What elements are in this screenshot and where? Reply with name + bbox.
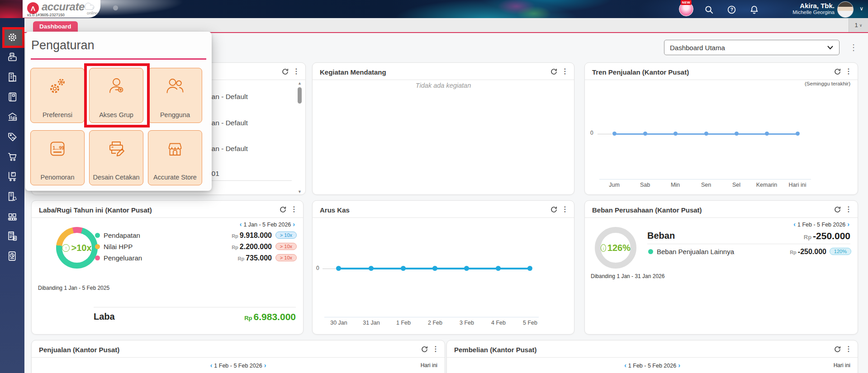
refresh-button[interactable] [279,206,287,213]
printer-pencil-icon [105,138,127,160]
total-label: Laba [94,312,115,322]
date-next-icon[interactable]: › [291,221,297,228]
data-point [796,132,800,136]
user-menu[interactable]: Akira, Tbk. Michelle Georgina [792,2,835,15]
svg-text:Rp: Rp [11,137,15,139]
sidebar-item-cash-register[interactable] [0,47,24,67]
kebab-menu[interactable]: ⋮ [561,205,569,213]
data-point [401,266,406,271]
sidebar-item-banking[interactable] [0,107,24,127]
sidebar-item-ledger[interactable] [0,87,24,107]
tile-akses-grup[interactable]: Akses Grup [89,68,143,123]
kebab-menu[interactable]: ⋮ [845,67,852,76]
tile-label: Preferensi [31,111,84,118]
sidebar-item-company[interactable] [0,67,24,87]
kebab-menu[interactable]: ⋮ [290,205,298,213]
whats-new-button[interactable]: NEW [679,2,693,16]
help-button[interactable]: ? [726,4,737,15]
user-key-icon [105,76,127,97]
tile-label: Accurate Store [148,174,202,181]
card-title: Beban Perusahaan (Kantor Pusat) [592,206,702,214]
refresh-icon [834,68,841,76]
section-amount: -250.000 [813,231,850,241]
gridline [323,269,336,269]
legend-value: -250.000 [798,248,826,255]
date-prev-icon[interactable]: ‹ [238,221,244,228]
tile-desain-cetakan[interactable]: Desain Cetakan [89,130,143,185]
sidebar-item-fixed-asset[interactable] [0,186,24,206]
scroll-up-icon[interactable]: ▲ [297,81,303,85]
tab-dashboard[interactable]: Dashboard [33,21,78,32]
dashboard-menu-kebab[interactable]: ⋮ [849,42,858,52]
kebab-menu[interactable]: ⋮ [845,345,852,353]
divider [585,80,858,80]
date-range: 1 Feb - 5 Feb 2026 [797,222,845,228]
card-penjualan: Penjualan (Kantor Pusat) ⋮ ‹1 Feb - 5 Fe… [31,340,445,373]
kebab-menu[interactable]: ⋮ [845,205,852,213]
dashboard-selector[interactable]: Dashboard Utama [664,40,840,55]
refresh-button[interactable] [834,206,841,213]
user-name: Michelle Georgina [792,9,835,15]
sidebar-item-purchase[interactable] [0,166,24,186]
scrollbar[interactable]: ▲ ▼ [297,81,303,194]
currency-prefix: Rp [804,234,811,241]
bell-icon [749,5,759,14]
refresh-button[interactable] [550,68,558,76]
refresh-button[interactable] [281,68,289,76]
data-point [643,132,647,136]
refresh-button[interactable] [834,68,841,76]
date-prev-icon[interactable]: ‹ [622,362,628,369]
currency-prefix: Rp [790,250,797,255]
section-value: Rp-250.000 [804,231,850,241]
bank-icon [7,111,18,123]
search-button[interactable] [703,4,714,15]
date-prev-icon[interactable]: ‹ [209,362,214,369]
refresh-icon [281,68,289,76]
refresh-button[interactable] [421,345,428,353]
date-next-icon[interactable]: › [676,362,682,369]
scrollbar-thumb[interactable] [298,87,302,104]
date-range-nav: ‹1 Jan - 5 Feb 2026› [238,221,297,228]
date-prev-icon[interactable]: ‹ [792,221,797,228]
gridline [598,134,612,134]
scroll-down-icon[interactable]: ▼ [297,189,303,194]
x-tick-label: 31 Jan [363,320,380,326]
sidebar-item-sales[interactable] [0,146,24,166]
topbar-wave-decoration [96,0,195,18]
sidebar-item-tax[interactable]: TAX [0,226,24,246]
kebab-menu[interactable]: ⋮ [293,67,300,76]
building-gear-icon [7,191,18,202]
kebab-menu[interactable]: ⋮ [432,345,439,353]
chevron-down-icon[interactable]: ∨ [859,5,863,12]
date-next-icon[interactable]: › [262,362,268,369]
list-item[interactable]: aan - Default [208,145,248,153]
refresh-button[interactable] [550,206,558,213]
version-text: v1.0.1#3605-2327150 [27,13,65,17]
tile-accurate-store[interactable]: Accurate Store [148,130,202,185]
refresh-button[interactable] [834,345,841,353]
notifications-button[interactable] [749,4,759,15]
tab-strip: Dashboard 1 ∨ [24,18,868,33]
date-range: 1 Jan - 5 Feb 2026 [243,222,291,228]
date-next-icon[interactable]: › [845,221,851,228]
tile-penomoran[interactable]: 1...99 Penomoran [30,130,85,185]
sidebar-item-pricing[interactable]: Rp [0,127,24,146]
compare-text: Dibanding 1 Jan - 31 Jan 2026 [591,273,664,279]
avatar[interactable] [837,1,854,18]
currency-prefix: Rp [244,315,252,321]
list-item[interactable]: aan - Default [208,93,248,101]
sidebar-item-report[interactable] [0,246,24,266]
tile-pengguna[interactable]: Pengguna [148,68,202,123]
sidebar-item-settings[interactable] [0,27,24,47]
sidebar-item-manufacture[interactable] [0,206,24,226]
tab-page-indicator[interactable]: 1 ∨ [849,18,868,32]
list-item[interactable]: aan - Default [208,119,248,127]
legend-row: Pendapatan Rp9.918.000 > 10x [95,231,297,241]
tile-preferensi[interactable]: Preferensi [30,68,85,123]
kebab-menu[interactable]: ⋮ [561,67,569,76]
data-point [432,266,437,271]
tile-label: Akses Grup [90,111,143,118]
date-range: 1 Feb - 5 Feb 2026 [214,363,262,369]
divider [313,217,574,218]
data-point [369,266,374,271]
